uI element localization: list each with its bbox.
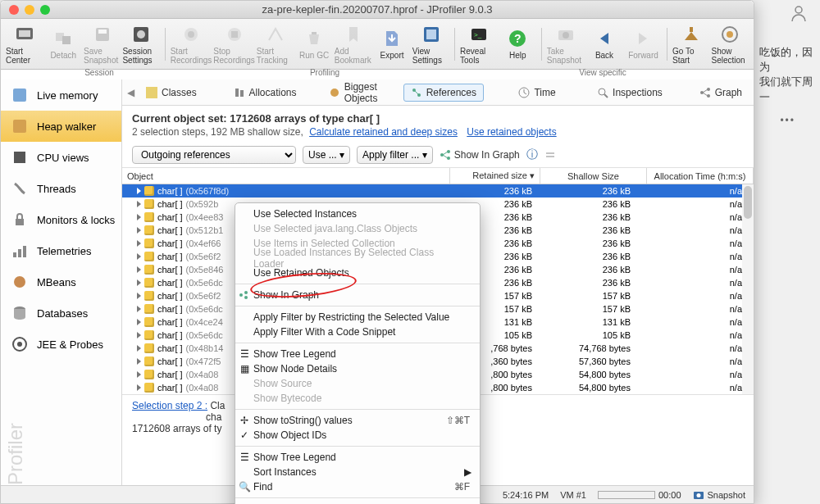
- sidebar-item-mbeans[interactable]: MBeans: [1, 266, 121, 297]
- svg-rect-22: [690, 27, 693, 32]
- mi-show-tostring[interactable]: ✢ Show toString() values⇧⌘T: [235, 413, 480, 428]
- svg-point-39: [330, 89, 339, 97]
- mi-show-object-ids[interactable]: ✓ Show Object IDs: [235, 428, 480, 443]
- object-icon: [144, 291, 154, 301]
- window-title: za-pre-kepler-fin.20200707.hprof - JProf…: [1, 3, 754, 16]
- svg-rect-4: [62, 36, 71, 44]
- toolbar-groups: Session Profiling View specific: [1, 68, 754, 79]
- tab-allocations[interactable]: Allocations: [227, 84, 303, 101]
- help-button[interactable]: ? Help: [499, 22, 536, 66]
- mi-apply-snippet[interactable]: Apply Filter With a Code Snippet: [235, 325, 480, 339]
- svg-point-35: [17, 342, 22, 347]
- sidebar-item-heap-walker[interactable]: Heap walker: [1, 111, 121, 142]
- col-retained[interactable]: Retained size ▾: [450, 168, 540, 184]
- svg-rect-37: [235, 89, 239, 97]
- mi-show-bytecode: Show Bytecode: [235, 391, 480, 406]
- export-button[interactable]: Export: [373, 22, 410, 66]
- tab-classes[interactable]: Classes: [139, 84, 203, 101]
- svg-rect-2: [19, 30, 30, 37]
- sidebar-item-threads[interactable]: Threads: [1, 173, 121, 204]
- caret-left-icon[interactable]: ◀: [127, 87, 134, 98]
- mi-show-tree-legend[interactable]: ☰ Show Tree Legend: [235, 347, 480, 361]
- object-icon: [144, 278, 154, 288]
- svg-rect-12: [231, 31, 238, 38]
- status-vm: VM #1: [560, 490, 586, 500]
- start-center-button[interactable]: Start Center: [6, 22, 43, 66]
- take-snapshot-button: Take Snapshot: [547, 22, 584, 66]
- object-icon: [144, 330, 154, 340]
- sidebar-item-databases[interactable]: Databases: [1, 297, 121, 329]
- view-settings-button[interactable]: View Settings: [412, 22, 449, 66]
- sidebar-item-monitors-locks[interactable]: Monitors & locks: [1, 204, 121, 235]
- info-icon[interactable]: ⓘ: [526, 148, 538, 162]
- reveal-tools-button[interactable]: >_ Reveal Tools: [460, 22, 497, 66]
- mi-show-in-graph[interactable]: Show In Graph: [235, 288, 480, 302]
- back-button[interactable]: Back: [585, 22, 622, 66]
- svg-line-57: [443, 155, 448, 158]
- svg-line-51: [703, 89, 708, 93]
- col-alloc[interactable]: Allocation Time (h:m:s): [647, 168, 754, 184]
- mi-use-retained[interactable]: Use Retained Objects: [235, 266, 480, 280]
- svg-rect-38: [240, 90, 244, 97]
- tab-graph[interactable]: Graph: [693, 84, 749, 101]
- svg-rect-15: [426, 30, 436, 39]
- forward-button: Forward: [625, 22, 662, 66]
- svg-point-10: [188, 31, 194, 38]
- mi-find[interactable]: 🔍 Find⌘F: [235, 479, 480, 494]
- link-use-retained[interactable]: Use retained objects: [467, 126, 556, 138]
- object-set-header: Current object set: 1712608 arrays of ty…: [122, 106, 754, 141]
- svg-line-42: [415, 91, 418, 94]
- sidebar-item-jee-probes[interactable]: JEE & Probes: [1, 329, 121, 360]
- svg-point-8: [137, 30, 145, 39]
- mi-use-class-objects: Use Selected java.lang.Class Objects: [235, 221, 480, 236]
- col-object[interactable]: Object: [122, 168, 450, 184]
- svg-rect-29: [13, 252, 16, 257]
- show-in-graph-link[interactable]: Show In Graph: [440, 149, 520, 161]
- tab-references[interactable]: References: [403, 84, 484, 102]
- svg-text:?: ?: [514, 32, 522, 45]
- mi-sort-instances[interactable]: Sort Instances▶: [235, 465, 480, 479]
- expand-icon[interactable]: [544, 149, 556, 161]
- col-shallow[interactable]: Shallow Size: [540, 168, 647, 184]
- selection-step-link[interactable]: Selection step 2 :: [132, 400, 207, 411]
- session-settings-button[interactable]: Session Settings: [122, 22, 159, 66]
- object-icon: [144, 304, 154, 314]
- svg-rect-26: [13, 120, 26, 133]
- svg-point-32: [14, 276, 25, 288]
- sidebar-item-cpu-views[interactable]: CPU views: [1, 142, 121, 173]
- svg-point-46: [599, 89, 605, 95]
- mi-show-node-details[interactable]: ▦ Show Node Details: [235, 361, 480, 376]
- detach-button: Detach: [44, 22, 81, 66]
- sidebar: Live memory Heap walker CPU views Thread…: [1, 79, 122, 503]
- apply-filter-button[interactable]: Apply filter ... ▾: [357, 146, 433, 164]
- link-calc-retained[interactable]: Calculate retained and deep sizes: [309, 126, 458, 138]
- svg-point-21: [563, 32, 569, 39]
- mi-apply-restrict[interactable]: Apply Filter by Restricting the Selected…: [235, 310, 480, 325]
- sidebar-item-live-memory[interactable]: Live memory: [1, 79, 121, 111]
- stop-recordings-button: Stop Recordings: [213, 22, 255, 66]
- avatar: [789, 3, 809, 23]
- svg-rect-36: [146, 87, 157, 98]
- tab-biggest-objects[interactable]: Biggest Objects: [322, 79, 385, 107]
- mi-use-selected-instances[interactable]: Use Selected Instances: [235, 207, 480, 221]
- go-to-start-button[interactable]: Go To Start: [672, 22, 709, 66]
- ellipsis-icon[interactable]: •••: [780, 115, 795, 126]
- vertical-scrollbar[interactable]: [742, 184, 754, 394]
- svg-point-60: [239, 293, 243, 297]
- svg-point-0: [795, 7, 802, 13]
- tab-inspections[interactable]: Inspections: [590, 84, 669, 101]
- references-select[interactable]: Outgoing references: [132, 146, 296, 164]
- status-time: 5:24:16 PM: [503, 490, 549, 500]
- sidebar-item-telemetries[interactable]: Telemetries: [1, 235, 121, 266]
- svg-text:>_: >_: [474, 31, 482, 39]
- use-button[interactable]: Use ... ▾: [303, 146, 350, 164]
- svg-point-61: [244, 291, 248, 294]
- controls-bar: Outgoing references Use ... ▾ Apply filt…: [122, 141, 754, 168]
- table-row[interactable]: char[ ] (0x567f8d)236 kB236 kBn/a: [122, 184, 754, 198]
- object-icon: [144, 238, 154, 248]
- show-selection-button[interactable]: Show Selection: [711, 22, 748, 66]
- svg-rect-31: [23, 246, 26, 257]
- mi-show-tree-legend-2[interactable]: ☰ Show Tree Legend: [235, 450, 480, 465]
- svg-point-62: [244, 296, 248, 299]
- tab-time[interactable]: Time: [512, 84, 562, 101]
